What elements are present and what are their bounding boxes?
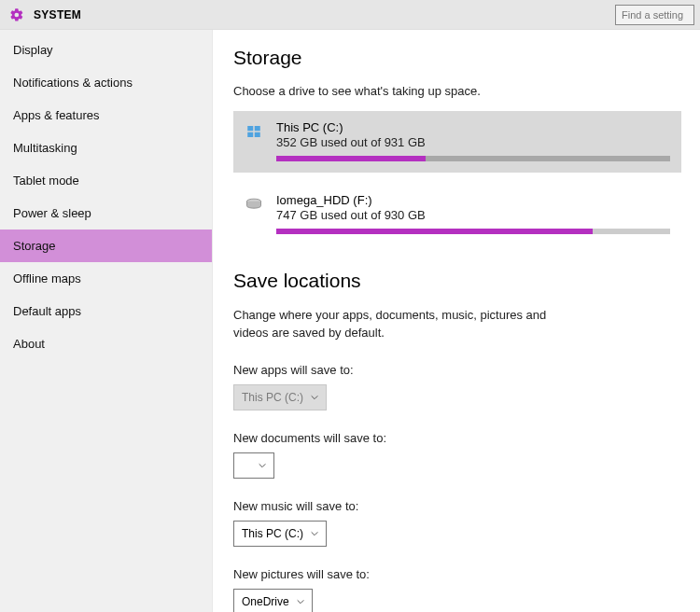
- save-location-label: New pictures will save to:: [233, 567, 681, 581]
- select-value: This PC (C:): [242, 527, 303, 540]
- drive-usage: 747 GB used out of 930 GB: [276, 208, 670, 222]
- search-input[interactable]: [615, 5, 694, 25]
- save-location-label: New documents will save to:: [233, 431, 681, 445]
- save-location-row: New apps will save to:This PC (C:): [233, 363, 681, 410]
- select-value: OneDrive: [242, 595, 289, 608]
- save-location-select[interactable]: OneDrive: [233, 589, 313, 612]
- save-location-row: New pictures will save to:OneDrive: [233, 567, 681, 612]
- chevron-down-icon: [258, 461, 267, 470]
- header-bar: SYSTEM: [0, 0, 700, 30]
- save-locations-description: Change where your apps, documents, music…: [233, 307, 569, 342]
- svg-rect-3: [255, 132, 260, 137]
- save-location-row: New music will save to:This PC (C:): [233, 499, 681, 547]
- save-location-label: New apps will save to:: [233, 363, 681, 377]
- svg-rect-1: [255, 126, 260, 131]
- chevron-down-icon: [310, 529, 319, 538]
- page-title: Storage: [233, 47, 681, 69]
- svg-rect-2: [247, 132, 253, 137]
- sidebar-item-offline-maps[interactable]: Offline maps: [0, 262, 212, 295]
- drive-item[interactable]: This PC (C:)352 GB used out of 931 GB: [233, 111, 681, 173]
- hdd-icon: [245, 195, 263, 214]
- chevron-down-icon: [310, 393, 319, 402]
- sidebar-item-storage[interactable]: Storage: [0, 230, 212, 262]
- drive-usage: 352 GB used out of 931 GB: [276, 135, 670, 149]
- sidebar: DisplayNotifications & actionsApps & fea…: [0, 30, 213, 612]
- gear-icon: [9, 7, 24, 22]
- header-title: SYSTEM: [34, 8, 81, 21]
- sidebar-item-tablet-mode[interactable]: Tablet mode: [0, 164, 212, 197]
- sidebar-item-about[interactable]: About: [0, 327, 212, 360]
- drive-usage-bar: [276, 156, 670, 161]
- save-location-label: New music will save to:: [233, 499, 681, 513]
- sidebar-item-default-apps[interactable]: Default apps: [0, 295, 212, 327]
- windows-drive-icon: [245, 122, 263, 141]
- drive-usage-bar: [276, 229, 670, 234]
- svg-rect-0: [247, 126, 253, 131]
- select-value: This PC (C:): [242, 391, 303, 404]
- sidebar-item-multitasking[interactable]: Multitasking: [0, 132, 212, 164]
- sidebar-item-apps-features[interactable]: Apps & features: [0, 99, 212, 132]
- drive-name: This PC (C:): [276, 120, 670, 134]
- page-subtitle: Choose a drive to see what's taking up s…: [233, 84, 681, 98]
- save-location-select[interactable]: [233, 452, 274, 479]
- sidebar-item-notifications-actions[interactable]: Notifications & actions: [0, 66, 212, 99]
- save-location-select: This PC (C:): [233, 384, 327, 410]
- drive-name: Iomega_HDD (F:): [276, 193, 670, 207]
- drive-item[interactable]: Iomega_HDD (F:)747 GB used out of 930 GB: [233, 184, 681, 245]
- save-location-select[interactable]: This PC (C:): [233, 521, 327, 547]
- sidebar-item-display[interactable]: Display: [0, 34, 212, 66]
- main-content: Storage Choose a drive to see what's tak…: [213, 30, 700, 612]
- chevron-down-icon: [296, 597, 305, 606]
- save-locations-title: Save locations: [233, 270, 681, 292]
- sidebar-item-power-sleep[interactable]: Power & sleep: [0, 197, 212, 230]
- save-location-row: New documents will save to:: [233, 431, 681, 479]
